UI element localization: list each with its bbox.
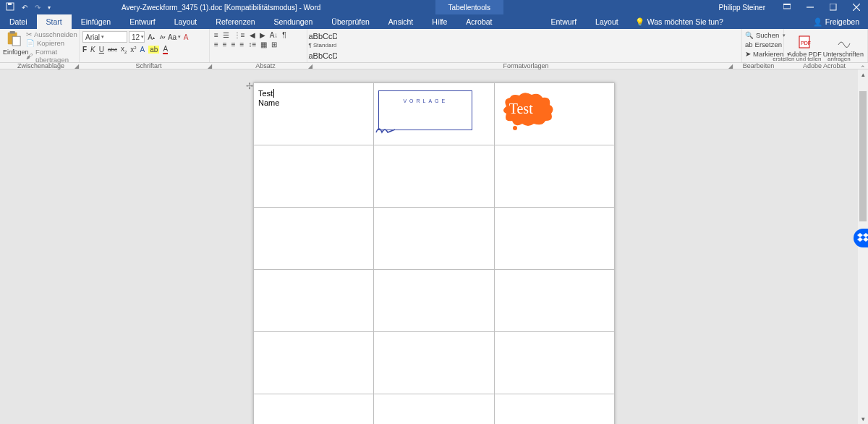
change-case-icon[interactable]: Aa▾	[169, 32, 179, 42]
cell-text[interactable]: Test Name	[258, 89, 369, 108]
qat-more-icon[interactable]: ▾	[48, 4, 51, 11]
table-cell[interactable]	[254, 145, 374, 208]
dropbox-badge[interactable]	[854, 229, 868, 247]
bold-button[interactable]: F	[82, 46, 87, 54]
minimize-button[interactable]	[799, 0, 822, 14]
format-painter-button[interactable]: 🖌Format übertragen	[26, 48, 77, 64]
label-table[interactable]: Test Name VORLAGE	[253, 82, 615, 424]
clear-format-icon[interactable]: A	[181, 32, 191, 42]
subscript-button[interactable]: x2	[121, 45, 127, 54]
superscript-button[interactable]: x2	[130, 46, 136, 54]
table-cell[interactable]	[494, 208, 614, 270]
undo-icon[interactable]: ↶	[22, 4, 27, 12]
ribbon-options-icon[interactable]	[775, 0, 799, 14]
tab-view[interactable]: Ansicht	[379, 14, 422, 29]
label-font: Schriftart◢	[82, 63, 216, 69]
page[interactable]: Test Name VORLAGE	[253, 82, 615, 424]
tell-me-search[interactable]: 💡 Was möchten Sie tun?	[628, 14, 731, 29]
table-cell[interactable]	[374, 145, 494, 208]
sort-icon[interactable]: A↓	[270, 31, 278, 39]
tab-file[interactable]: Datei	[0, 14, 37, 29]
strike-button[interactable]: abc	[108, 46, 117, 53]
launcher-icon[interactable]: ◢	[308, 63, 312, 69]
tab-draft[interactable]: Entwurf	[120, 14, 165, 29]
vorlage-template[interactable]: VORLAGE	[378, 90, 472, 130]
numbering-icon[interactable]: ☰	[223, 31, 229, 39]
tab-mailings[interactable]: Sendungen	[265, 14, 323, 29]
share-button[interactable]: 👤 Freigeben	[804, 14, 868, 29]
document-area[interactable]: ✢ Test Name VORLAGE	[0, 69, 868, 424]
scissors-icon: ✂	[26, 30, 32, 38]
table-cell[interactable]	[494, 394, 614, 425]
copy-button[interactable]: 📄Kopieren	[26, 39, 77, 47]
outdent-icon[interactable]: ◀	[250, 31, 255, 39]
tab-tool-draft[interactable]: Entwurf	[542, 14, 587, 29]
sign-icon	[835, 35, 851, 49]
scroll-up-icon[interactable]: ▴	[858, 69, 868, 80]
create-pdf-button[interactable]: PDF Adobe PDF	[788, 35, 822, 58]
tab-insert[interactable]: Einfügen	[72, 14, 120, 29]
borders-icon[interactable]: ⊞	[271, 41, 277, 48]
save-icon[interactable]	[6, 2, 14, 12]
italic-button[interactable]: K	[90, 46, 95, 54]
shrink-font-icon[interactable]: A▾	[158, 32, 168, 42]
table-cell[interactable]	[374, 332, 494, 394]
table-cell[interactable]	[494, 332, 614, 394]
font-size-combo[interactable]: 12▾	[129, 31, 145, 43]
paste-button[interactable]: Einfügen	[3, 30, 25, 56]
align-right-icon[interactable]: ≡	[231, 41, 236, 48]
table-cell[interactable]	[254, 394, 374, 425]
style-item[interactable]: AaBbCcDc¶ Kein Lee…	[307, 48, 338, 62]
table-cell[interactable]: VORLAGE	[374, 83, 494, 145]
table-cell[interactable]	[374, 270, 494, 332]
grow-font-icon[interactable]: A▴	[146, 32, 156, 42]
table-cell[interactable]	[494, 270, 614, 332]
replace-button[interactable]: abErsetzen	[745, 40, 780, 49]
font-color-icon[interactable]: A	[163, 45, 168, 54]
tab-layout[interactable]: Layout	[165, 14, 207, 29]
table-cell[interactable]	[374, 394, 494, 425]
table-cell[interactable]	[254, 332, 374, 394]
shading-icon[interactable]: ▦	[260, 41, 267, 48]
line-spacing-icon[interactable]: ↕≡	[248, 41, 256, 48]
launcher-icon[interactable]: ◢	[728, 63, 733, 69]
tab-references[interactable]: Referenzen	[206, 14, 264, 29]
tab-home[interactable]: Start	[37, 14, 72, 29]
justify-icon[interactable]: ≡	[240, 41, 244, 48]
tab-help[interactable]: Hilfe	[422, 14, 456, 29]
table-anchor-icon[interactable]: ✢	[246, 81, 253, 91]
tab-tool-layout[interactable]: Layout	[586, 14, 628, 29]
table-cell[interactable]	[374, 208, 494, 270]
launcher-icon[interactable]: ◢	[208, 63, 212, 69]
table-cell[interactable]: Test Name	[254, 83, 374, 145]
multilevel-icon[interactable]: ⋮≡	[234, 31, 245, 39]
scroll-down-icon[interactable]: ▾	[858, 414, 868, 424]
align-left-icon[interactable]: ≡	[214, 41, 218, 48]
underline-button[interactable]: U	[99, 46, 104, 54]
table-cell[interactable]	[254, 208, 374, 270]
align-center-icon[interactable]: ≡	[223, 41, 227, 48]
redo-icon[interactable]: ↷	[35, 4, 41, 12]
highlight-icon[interactable]: ab	[148, 46, 159, 54]
group-paragraph: ≡ ☰ ⋮≡ ◀ ▶ A↓ ¶ ≡ ≡ ≡ ≡ ↕≡ ▦ ⊞	[210, 29, 307, 62]
maximize-button[interactable]	[822, 0, 845, 14]
speech-bubble[interactable]: Test	[499, 92, 556, 128]
launcher-icon[interactable]: ◢	[75, 63, 79, 69]
request-sign-button[interactable]: Unterschriften	[823, 35, 864, 58]
tab-acrobat[interactable]: Acrobat	[456, 14, 501, 29]
font-name-combo[interactable]: Arial▾	[82, 31, 127, 43]
cut-button[interactable]: ✂Ausschneiden	[26, 30, 77, 38]
text-effects-icon[interactable]: A	[140, 46, 145, 54]
user-name[interactable]: Philipp Steiner	[709, 4, 775, 12]
indent-icon[interactable]: ▶	[260, 31, 265, 39]
tab-review[interactable]: Überprüfen	[322, 14, 379, 29]
show-marks-icon[interactable]: ¶	[282, 31, 286, 39]
table-cell[interactable]: Test	[494, 83, 614, 145]
style-item[interactable]: AaBbCcDc¶ Standard	[307, 29, 338, 48]
close-button[interactable]	[845, 0, 868, 14]
table-cell[interactable]	[254, 270, 374, 332]
scroll-thumb[interactable]	[859, 91, 867, 221]
table-cell[interactable]	[494, 145, 614, 208]
find-button[interactable]: 🔍Suchen▾	[745, 30, 780, 40]
bullets-icon[interactable]: ≡	[214, 31, 218, 39]
